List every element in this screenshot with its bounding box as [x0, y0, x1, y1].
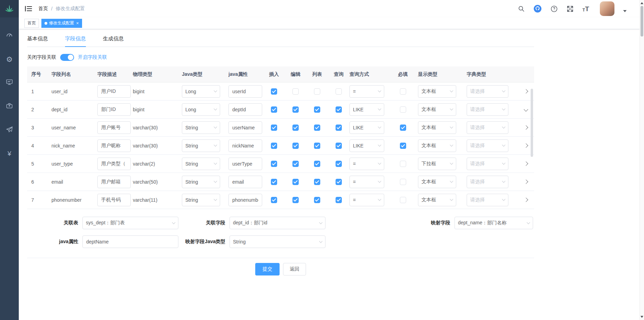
help-icon[interactable]: [550, 5, 558, 13]
list-checkbox[interactable]: [314, 125, 320, 131]
fullscreen-icon[interactable]: [566, 5, 574, 13]
java-type-select[interactable]: Long: [182, 85, 220, 98]
query-checkbox[interactable]: [336, 197, 342, 203]
required-checkbox[interactable]: [400, 88, 406, 95]
table-scrollbar-thumb[interactable]: [531, 89, 533, 157]
edit-checkbox[interactable]: [292, 197, 299, 203]
submit-button[interactable]: 提交: [255, 263, 280, 275]
insert-checkbox[interactable]: [271, 106, 277, 113]
html-type-select[interactable]: 文本框: [418, 85, 456, 98]
mapping-field-select[interactable]: dept_name：部门名称: [454, 217, 533, 229]
java-type-select[interactable]: String: [182, 158, 220, 170]
query-type-select[interactable]: =: [349, 194, 384, 206]
html-type-select[interactable]: 文本框: [418, 194, 456, 206]
dict-type-select[interactable]: 请选择: [467, 85, 508, 98]
description-input[interactable]: [97, 158, 131, 170]
scroll-up-icon[interactable]: [641, 2, 643, 4]
query-checkbox[interactable]: [336, 125, 342, 131]
sidebar-item-dashboard[interactable]: [0, 24, 19, 47]
description-input[interactable]: [97, 139, 131, 152]
description-input[interactable]: [97, 194, 131, 206]
insert-checkbox[interactable]: [271, 161, 277, 167]
search-icon[interactable]: [518, 5, 525, 12]
caret-down-icon[interactable]: [623, 10, 627, 12]
relation-field-select[interactable]: dept_id：部门id: [230, 217, 325, 229]
java-field-input[interactable]: [228, 121, 262, 134]
relation-table-select[interactable]: sys_dept：部门表: [82, 217, 178, 229]
dict-type-select[interactable]: 请选择: [467, 158, 508, 170]
tab-field-info[interactable]: 字段信息: [65, 35, 86, 42]
expand-row-icon[interactable]: [524, 161, 528, 166]
breadcrumb-home[interactable]: 首页: [38, 6, 48, 12]
expand-row-icon[interactable]: [524, 143, 528, 148]
user-avatar[interactable]: [600, 1, 614, 16]
dict-type-select[interactable]: 请选择: [467, 176, 508, 188]
list-checkbox[interactable]: [314, 88, 320, 95]
insert-checkbox[interactable]: [271, 125, 277, 131]
font-size-icon[interactable]: TT: [582, 6, 589, 12]
list-checkbox[interactable]: [314, 179, 320, 185]
required-checkbox[interactable]: [400, 106, 406, 113]
java-field-input[interactable]: [228, 194, 262, 206]
relation-switch[interactable]: [60, 54, 74, 61]
dict-type-select[interactable]: 请选择: [467, 139, 508, 152]
expand-row-icon[interactable]: [524, 198, 528, 202]
html-type-select[interactable]: 下拉框: [418, 158, 456, 170]
sidebar-item-deploy[interactable]: [0, 118, 19, 142]
list-checkbox[interactable]: [314, 106, 320, 113]
exp-java-field-input[interactable]: [82, 235, 178, 248]
dict-type-select[interactable]: 请选择: [467, 103, 508, 116]
java-field-input[interactable]: [228, 103, 262, 116]
tab-gen-info[interactable]: 生成信息: [103, 35, 124, 42]
sidebar-item-tool[interactable]: [0, 95, 19, 118]
insert-checkbox[interactable]: [271, 88, 277, 95]
java-field-input[interactable]: [228, 139, 262, 152]
description-input[interactable]: [97, 121, 131, 134]
insert-checkbox[interactable]: [271, 143, 277, 149]
query-checkbox[interactable]: [336, 161, 342, 167]
java-type-select[interactable]: String: [182, 176, 220, 188]
dict-type-select[interactable]: 请选择: [467, 121, 508, 134]
required-checkbox[interactable]: [400, 143, 406, 149]
query-checkbox[interactable]: [336, 143, 342, 149]
html-type-select[interactable]: 文本框: [418, 139, 456, 152]
edit-checkbox[interactable]: [292, 88, 299, 95]
expand-row-icon[interactable]: [524, 179, 528, 184]
required-checkbox[interactable]: [400, 179, 406, 185]
query-type-select[interactable]: LIKE: [349, 121, 384, 134]
app-logo[interactable]: [0, 0, 19, 17]
edit-checkbox[interactable]: [292, 106, 299, 113]
insert-checkbox[interactable]: [271, 197, 277, 203]
java-type-select[interactable]: String: [182, 139, 220, 152]
expand-row-icon[interactable]: [524, 89, 528, 94]
required-checkbox[interactable]: [400, 197, 406, 203]
query-type-select[interactable]: =: [349, 85, 384, 98]
list-checkbox[interactable]: [314, 143, 320, 149]
back-button[interactable]: 返回: [283, 263, 306, 275]
query-type-select[interactable]: LIKE: [349, 103, 384, 116]
java-type-select[interactable]: String: [182, 121, 220, 134]
scroll-down-icon[interactable]: [641, 316, 643, 318]
java-type-select[interactable]: Long: [182, 103, 220, 116]
java-field-input[interactable]: [228, 158, 262, 170]
java-field-input[interactable]: [228, 176, 262, 188]
tag-active-page[interactable]: 修改生成配置 ×: [41, 19, 82, 28]
edit-checkbox[interactable]: [292, 179, 299, 185]
window-scrollbar[interactable]: [639, 0, 644, 320]
sidebar-item-monitor[interactable]: [0, 71, 19, 95]
query-type-select[interactable]: =: [349, 158, 384, 170]
insert-checkbox[interactable]: [271, 179, 277, 185]
expand-row-icon[interactable]: [524, 125, 528, 130]
edit-checkbox[interactable]: [292, 143, 299, 149]
list-checkbox[interactable]: [314, 161, 320, 167]
description-input[interactable]: [97, 85, 131, 98]
sidebar-item-system[interactable]: ⚙: [0, 47, 19, 71]
sidebar-item-finance[interactable]: ¥: [0, 142, 19, 166]
query-type-select[interactable]: LIKE: [349, 139, 384, 152]
html-type-select[interactable]: 文本框: [418, 176, 456, 188]
html-type-select[interactable]: 文本框: [418, 121, 456, 134]
query-type-select[interactable]: =: [349, 176, 384, 188]
sidebar-collapse-icon[interactable]: [24, 5, 33, 12]
required-checkbox[interactable]: [400, 125, 406, 131]
java-field-input[interactable]: [228, 85, 262, 98]
